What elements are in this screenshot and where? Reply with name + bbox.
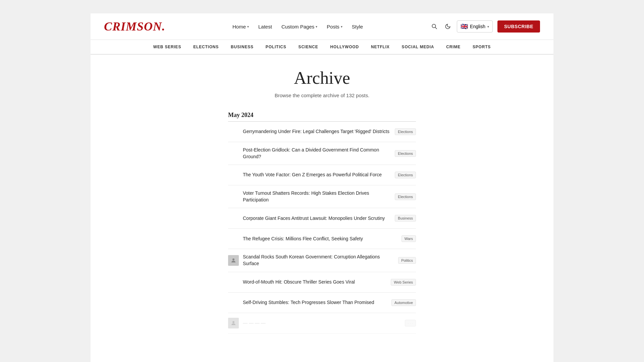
svg-point-0: [432, 24, 436, 28]
archive-subtitle: Browse the complete archive of 132 posts…: [228, 93, 416, 98]
archive-main: Archive Browse the complete archive of 1…: [221, 55, 423, 362]
post-title[interactable]: Scandal Rocks South Korean Government: C…: [243, 254, 393, 267]
nav-web-series[interactable]: WEB SERIES: [153, 45, 181, 49]
post-title[interactable]: — — — —: [243, 320, 266, 326]
post-thumbnail: [228, 255, 239, 266]
svg-point-3: [232, 321, 234, 323]
svg-point-2: [232, 258, 234, 260]
nav-crime[interactable]: CRIME: [446, 45, 461, 49]
table-row: Scandal Rocks South Korean Government: C…: [228, 249, 416, 272]
table-row: The Refugee Crisis: Millions Flee Confli…: [228, 229, 416, 249]
chevron-down-icon: ▾: [316, 25, 317, 28]
archive-title: Archive: [228, 68, 416, 88]
post-tag[interactable]: Elections: [395, 193, 416, 200]
post-thumbnail-placeholder: [228, 277, 239, 288]
post-tag[interactable]: Elections: [395, 128, 416, 135]
nav-sports[interactable]: SPORTS: [473, 45, 491, 49]
site-header: CRIMSON. Home ▾ Latest Custom Pages ▾ Po…: [91, 13, 553, 40]
post-thumbnail: [228, 318, 239, 328]
post-thumbnail-placeholder: [228, 233, 239, 244]
post-tag[interactable]: Elections: [395, 172, 416, 178]
nav-business[interactable]: BUSINESS: [231, 45, 254, 49]
table-row: Word-of-Mouth Hit: Obscure Thriller Seri…: [228, 272, 416, 293]
dark-mode-button[interactable]: [443, 22, 452, 31]
post-tag[interactable]: Business: [395, 215, 416, 222]
header-actions: 🇬🇧 English ▾ SUBSCRIBE: [430, 20, 540, 33]
post-title[interactable]: Gerrymandering Under Fire: Legal Challen…: [243, 128, 389, 135]
flag-icon: 🇬🇧: [461, 23, 468, 30]
nav-science[interactable]: SCIENCE: [299, 45, 318, 49]
svg-line-1: [435, 27, 437, 29]
chevron-down-icon: ▾: [487, 25, 489, 28]
post-tag[interactable]: Wars: [401, 235, 416, 242]
subscribe-button[interactable]: SUBSCRIBE: [497, 20, 540, 33]
nav-custom-pages[interactable]: Custom Pages ▾: [281, 24, 317, 29]
nav-politics[interactable]: POLITICS: [266, 45, 286, 49]
month-heading: May 2024: [228, 112, 416, 122]
nav-social-media[interactable]: SOCIAL MEDIA: [402, 45, 434, 49]
table-row: Post-Election Gridlock: Can a Divided Go…: [228, 142, 416, 165]
post-tag[interactable]: Elections: [395, 150, 416, 157]
table-row: Voter Turnout Shatters Records: High Sta…: [228, 185, 416, 208]
post-thumbnail-placeholder: [228, 170, 239, 180]
month-section: May 2024 Gerrymandering Under Fire: Lega…: [228, 112, 416, 334]
post-tag: · · ·: [405, 320, 416, 326]
post-thumbnail-placeholder: [228, 213, 239, 224]
post-title[interactable]: Corporate Giant Faces Antitrust Lawsuit:…: [243, 215, 385, 222]
table-row: The Youth Vote Factor: Gen Z Emerges as …: [228, 165, 416, 185]
nav-style[interactable]: Style: [352, 24, 363, 29]
post-title[interactable]: Word-of-Mouth Hit: Obscure Thriller Seri…: [243, 279, 355, 286]
chevron-down-icon: ▾: [247, 25, 249, 28]
secondary-nav: WEB SERIES ELECTIONS BUSINESS POLITICS S…: [91, 40, 553, 55]
post-tag[interactable]: Politics: [398, 257, 416, 264]
post-title[interactable]: Post-Election Gridlock: Can a Divided Go…: [243, 147, 389, 160]
post-thumbnail-placeholder: [228, 148, 239, 159]
table-row: — — — — · · ·: [228, 313, 416, 334]
post-title[interactable]: Self-Driving Stumbles: Tech Progresses S…: [243, 299, 374, 306]
nav-netflix[interactable]: NETFLIX: [371, 45, 390, 49]
chevron-down-icon: ▾: [341, 25, 342, 28]
table-row: Self-Driving Stumbles: Tech Progresses S…: [228, 293, 416, 313]
table-row: Gerrymandering Under Fire: Legal Challen…: [228, 122, 416, 142]
post-title[interactable]: Voter Turnout Shatters Records: High Sta…: [243, 190, 389, 203]
nav-elections[interactable]: ELECTIONS: [193, 45, 219, 49]
post-thumbnail-placeholder: [228, 191, 239, 202]
nav-hollywood[interactable]: HOLLYWOOD: [330, 45, 359, 49]
nav-latest[interactable]: Latest: [258, 24, 272, 29]
nav-home[interactable]: Home ▾: [232, 24, 249, 29]
post-title[interactable]: The Youth Vote Factor: Gen Z Emerges as …: [243, 172, 382, 178]
main-nav: Home ▾ Latest Custom Pages ▾ Posts ▾ Sty…: [232, 24, 363, 29]
post-title[interactable]: The Refugee Crisis: Millions Flee Confli…: [243, 236, 363, 242]
post-thumbnail-placeholder: [228, 126, 239, 137]
post-tag[interactable]: Automotive: [391, 299, 416, 306]
language-selector[interactable]: 🇬🇧 English ▾: [457, 20, 493, 33]
nav-posts[interactable]: Posts ▾: [327, 24, 342, 29]
site-logo[interactable]: CRIMSON.: [104, 19, 165, 34]
post-thumbnail-placeholder: [228, 297, 239, 308]
post-tag[interactable]: Web Series: [391, 279, 416, 286]
search-button[interactable]: [430, 22, 439, 31]
table-row: Corporate Giant Faces Antitrust Lawsuit:…: [228, 208, 416, 229]
